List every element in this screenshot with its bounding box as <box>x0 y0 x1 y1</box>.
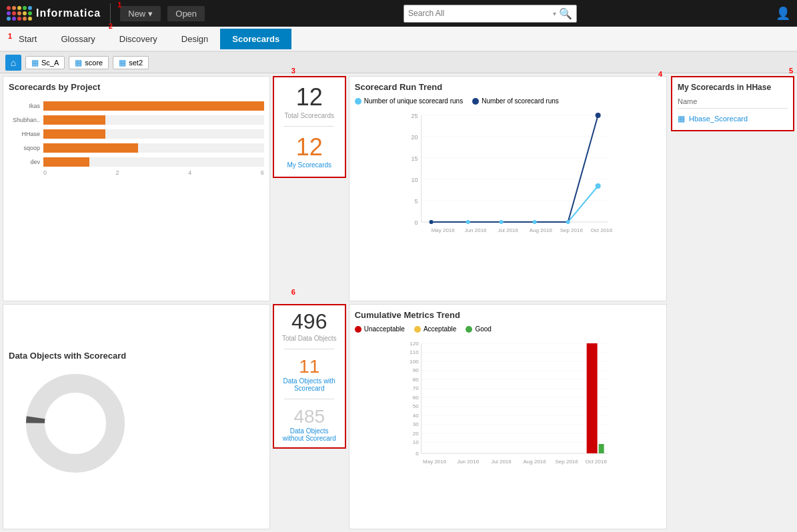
annotation-5: 5 <box>789 67 793 75</box>
svg-text:Jun 2016: Jun 2016 <box>464 227 486 233</box>
with-scorecard-label: Data Objects withScorecard <box>283 377 335 392</box>
stat-divider-2 <box>284 349 334 349</box>
svg-text:30: 30 <box>412 421 418 427</box>
total-data-objects-label: Total Data Objects <box>282 335 337 342</box>
annotation-6: 6 <box>291 288 295 296</box>
open-tab-set2[interactable]: ▦ set2 <box>113 56 149 69</box>
svg-point-24 <box>595 183 600 189</box>
total-data-objects-number: 496 <box>291 311 327 332</box>
home-button[interactable]: ⌂ <box>5 55 21 71</box>
tab-glossary[interactable]: Glossary <box>49 29 107 49</box>
run-trend-chart: 25 20 15 10 5 0 May 2016 Jun 2016 Jul 20… <box>355 109 661 242</box>
total-scorecards-label: Total Scorecards <box>284 112 333 119</box>
svg-text:25: 25 <box>411 113 418 119</box>
tab-design[interactable]: Design <box>169 29 220 49</box>
bar-label-shubhan: Shubhan.. <box>9 117 43 123</box>
bottom-row: Data Objects with Scorecard <box>0 303 670 532</box>
x-label-2: 2 <box>116 169 119 176</box>
total-scorecards-number: 12 <box>296 85 323 109</box>
annotation-2a: 1 <box>8 32 12 40</box>
scorecard-item-icon-hbase: ▦ <box>678 114 685 123</box>
bar-label-hhase: HHase <box>9 131 43 137</box>
open-tab-icon-score: ▦ <box>75 58 82 67</box>
bar-fill-hhase <box>43 129 105 139</box>
annotation-1: 1 <box>117 1 121 9</box>
bar-unacceptable <box>586 343 597 453</box>
legend-dot-acceptable <box>414 326 421 333</box>
svg-text:70: 70 <box>412 385 418 391</box>
legend-label-unique: Number of unique scorecard runs <box>364 97 463 105</box>
scorecards-by-project-title: Scorecards by Project <box>9 82 264 92</box>
legend-label-good: Good <box>475 325 491 333</box>
logo-dots <box>7 6 32 21</box>
bar-row-shubhan: Shubhan.. <box>9 115 264 125</box>
svg-text:0: 0 <box>414 219 418 226</box>
cumulative-metrics-title: Cumulative Metrics Trend <box>355 310 661 320</box>
total-scorecards-stat-box: 12 Total Scorecards 12 My Scorecards <box>273 76 346 178</box>
legend-good: Good <box>466 325 491 333</box>
right-panel: My Scorecards in HHase Name ▦ Hbase_Scor… <box>671 76 794 131</box>
svg-text:20: 20 <box>411 134 418 141</box>
svg-point-23 <box>566 220 570 224</box>
bar-label-dev: dev <box>9 159 43 165</box>
without-scorecard-number: 485 <box>293 406 325 427</box>
svg-text:10: 10 <box>412 439 418 445</box>
app-logo: Informatica <box>7 6 101 21</box>
open-button[interactable]: Open <box>167 6 205 21</box>
svg-text:Sep 2016: Sep 2016 <box>555 459 578 465</box>
svg-text:110: 110 <box>410 349 419 355</box>
svg-text:50: 50 <box>412 403 418 409</box>
bar-fill-dev <box>43 157 89 167</box>
search-dropdown-icon[interactable]: ▾ <box>553 10 556 17</box>
open-tab-score[interactable]: ▦ score <box>69 56 109 69</box>
user-icon[interactable]: 👤 <box>776 6 790 21</box>
search-submit-button[interactable]: 🔍 <box>559 7 572 20</box>
bar-track-sqoop <box>43 143 264 153</box>
bar-label-sqoop: sqoop <box>9 145 43 151</box>
search-box: ▾ 🔍 <box>404 5 577 23</box>
data-objects-panel: Data Objects with Scorecard <box>3 304 270 529</box>
x-label-4: 4 <box>188 169 191 176</box>
stat-divider-3 <box>284 399 334 399</box>
scorecard-item-hbase[interactable]: ▦ Hbase_Scorecard <box>678 113 788 125</box>
svg-text:120: 120 <box>410 341 419 347</box>
tab-discovery[interactable]: Discovery <box>107 29 169 49</box>
bar-good <box>598 444 604 453</box>
legend-unacceptable: Unacceptable <box>355 325 405 333</box>
tab-scorecards[interactable]: Scorecards <box>220 29 291 49</box>
svg-text:May 2016: May 2016 <box>431 227 455 233</box>
open-tab-sc-a[interactable]: ▦ Sc_A <box>25 56 65 69</box>
data-objects-title: Data Objects with Scorecard <box>9 351 264 361</box>
legend-label-unacceptable: Unacceptable <box>364 325 405 333</box>
x-label-0: 0 <box>43 169 47 176</box>
legend-unique-runs: Number of unique scorecard runs <box>355 97 463 105</box>
donut-chart <box>9 363 142 483</box>
svg-point-21 <box>499 220 503 224</box>
open-tab-icon-sc-a: ▦ <box>31 58 39 67</box>
x-axis-labels: 0 2 4 6 <box>9 169 264 176</box>
search-input[interactable] <box>408 9 553 18</box>
bar-track-dev <box>43 157 264 167</box>
bar-row-dev: dev <box>9 157 264 167</box>
bar-track-shubhan <box>43 115 264 125</box>
open-tab-label-set2: set2 <box>129 59 143 67</box>
svg-point-22 <box>532 220 536 224</box>
open-tab-label-score: score <box>85 59 103 67</box>
bar-fill-ikas <box>43 101 264 111</box>
legend-label-acceptable: Acceptable <box>424 325 456 333</box>
right-panel-col-header: Name <box>678 97 788 109</box>
svg-text:0: 0 <box>416 451 419 457</box>
new-button-chevron: ▾ <box>148 9 153 19</box>
annotation-3: 3 <box>291 67 295 75</box>
svg-text:40: 40 <box>412 413 418 419</box>
bar-fill-shubhan <box>43 115 105 125</box>
right-panel-title: My Scorecards in HHase <box>678 83 788 92</box>
run-trend-title: Scorecard Run Trend <box>355 82 661 92</box>
tab-start[interactable]: Start <box>7 29 49 49</box>
svg-text:20: 20 <box>412 431 418 437</box>
svg-text:90: 90 <box>412 367 418 373</box>
svg-text:Sep 2016: Sep 2016 <box>560 227 583 233</box>
open-tabs-bar: ⌂ ▦ Sc_A ▦ score ▦ set2 <box>0 52 797 73</box>
new-button[interactable]: New ▾ <box>120 6 161 21</box>
my-scorecards-number: 12 <box>296 133 323 161</box>
